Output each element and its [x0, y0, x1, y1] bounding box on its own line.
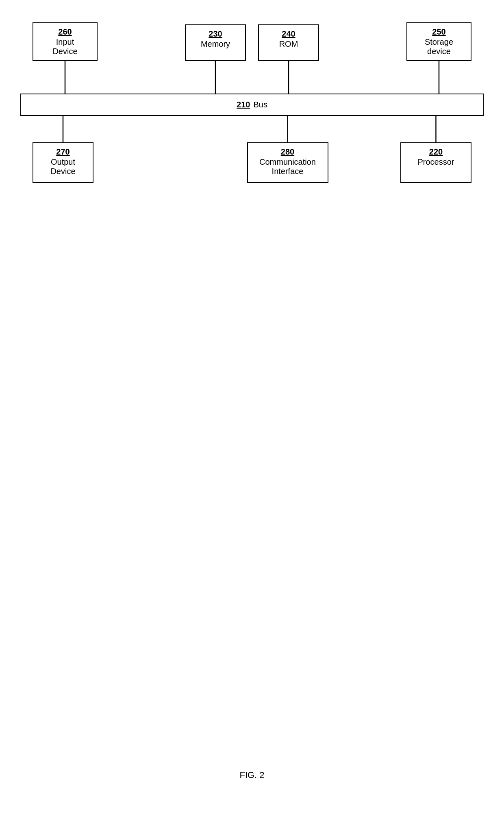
comm-label: CommunicationInterface — [254, 157, 322, 176]
comm-number: 280 — [254, 147, 322, 157]
rom-number: 240 — [265, 29, 313, 39]
processor-box: 220 Processor — [400, 142, 471, 183]
bus-label: 210 Bus — [237, 100, 267, 109]
memory-label: Memory — [191, 39, 239, 49]
communication-interface-box: 280 CommunicationInterface — [247, 142, 328, 183]
storage-label: Storagedevice — [413, 37, 465, 56]
diagram: 260 InputDevice 230 Memory 240 ROM 250 S… — [20, 16, 484, 183]
figure-label: FIG. 2 — [239, 770, 264, 780]
input-device-box: 260 InputDevice — [33, 22, 98, 61]
memory-box: 230 Memory — [185, 24, 246, 61]
top-connector-space — [20, 61, 484, 94]
bus-box: 210 Bus — [20, 94, 484, 116]
input-device-number: 260 — [39, 27, 91, 37]
output-device-label: OutputDevice — [39, 157, 87, 176]
middle-top-boxes: 230 Memory 240 ROM — [185, 24, 319, 61]
memory-number: 230 — [191, 29, 239, 39]
rom-label: ROM — [265, 39, 313, 49]
processor-number: 220 — [407, 147, 465, 157]
bus-text: Bus — [253, 100, 267, 109]
rom-box: 240 ROM — [258, 24, 319, 61]
storage-number: 250 — [413, 27, 465, 37]
storage-box: 250 Storagedevice — [406, 22, 471, 61]
input-device-label: InputDevice — [39, 37, 91, 56]
bottom-boxes-row: 270 OutputDevice 280 CommunicationInterf… — [20, 142, 484, 183]
figure-caption: FIG. 2 — [0, 770, 504, 780]
bottom-connector-space — [20, 116, 484, 142]
top-boxes-row: 260 InputDevice 230 Memory 240 ROM 250 S… — [20, 16, 484, 61]
processor-label: Processor — [407, 157, 465, 167]
output-device-box: 270 OutputDevice — [33, 142, 93, 183]
bus-number: 210 — [237, 100, 250, 109]
output-device-number: 270 — [39, 147, 87, 157]
